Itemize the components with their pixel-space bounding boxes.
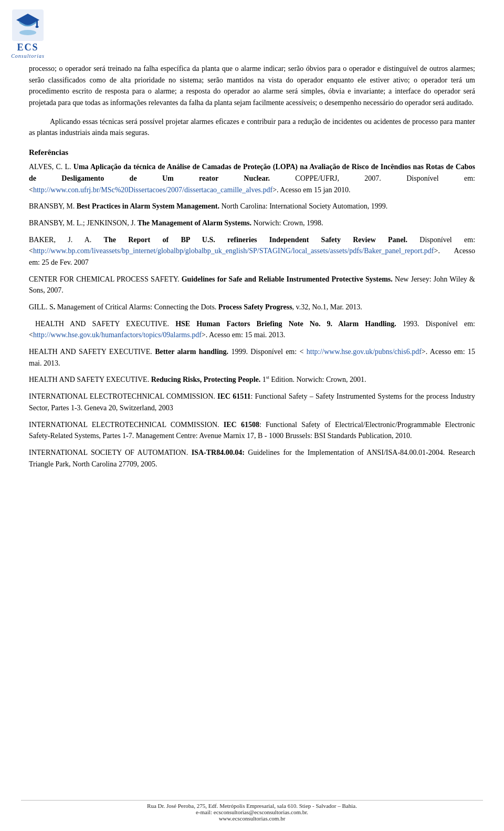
ref3-bold: The Management of Alarm Systems. <box>138 219 251 227</box>
list-item: BRANSBY, M. L.; JENKINSON, J. The Manage… <box>29 217 475 229</box>
list-item: INTERNATIONAL ELECTROTECHNICAL COMMISSIO… <box>29 391 475 413</box>
list-item: ALVES, C. L. Uma Aplicação da técnica de… <box>29 161 475 195</box>
intro-paragraph-1: processo; o operador será treinado na fa… <box>29 63 475 109</box>
footer-line2: e-mail: ecsconsultorias@ecsconsultorias.… <box>196 809 308 815</box>
logo-icon <box>12 9 44 41</box>
svg-rect-2 <box>36 20 38 26</box>
ref10-bold: IEC 61511 <box>217 392 250 400</box>
references-title: Referências <box>29 148 475 157</box>
logo-area: ECS Consultorias <box>9 9 46 59</box>
ref7-link[interactable]: http://www.hse.gov.uk/humanfactors/topic… <box>33 331 202 339</box>
page: ECS Consultorias processo; o operador se… <box>0 0 504 831</box>
list-item: BAKER, J. A. The Report of BP U.S. refin… <box>29 234 475 268</box>
list-item: HEALTH AND SAFETY EXECUTIVE. HSE Human F… <box>29 318 475 341</box>
logo-text: ECS <box>17 42 38 53</box>
ref7-bold: HSE Human Factors Briefing Note No. 9. A… <box>175 320 396 328</box>
ref1-bold: Uma Aplicação da técnica de Análise de C… <box>29 163 475 182</box>
ref1-link[interactable]: http://www.con.ufrj.br/MSc%20Dissertacoe… <box>33 186 272 194</box>
footer-line1: Rua Dr. José Peroba, 275, Edf. Metrópoli… <box>147 803 357 809</box>
ref12-bold: ISA-TR84.00.04: <box>192 449 245 456</box>
ref6-bold: Process Safety Progress <box>218 303 292 311</box>
ref2-bold: Best Practices in Alarm System Managemen… <box>77 202 219 210</box>
ref9-bold: Reducing Risks, Protecting People. <box>151 376 261 383</box>
ref8-link[interactable]: http://www.hse.gov.uk/pubns/chis6.pdf <box>307 348 422 356</box>
footer: Rua Dr. José Peroba, 275, Edf. Metrópoli… <box>21 800 483 822</box>
ref4-link[interactable]: http://www.bp.com/liveassets/bp_internet… <box>33 247 434 255</box>
main-content: processo; o operador será treinado na fa… <box>0 63 504 470</box>
footer-line3: www.ecsconsultorias.com.br <box>219 815 286 822</box>
svg-point-4 <box>19 30 36 35</box>
list-item: CENTER FOR CHEMICAL PROCESS SAFETY. Guid… <box>29 274 475 296</box>
list-item: BRANSBY, M. Best Practices in Alarm Syst… <box>29 201 475 212</box>
list-item: HEALTH AND SAFETY EXECUTIVE. Reducing Ri… <box>29 374 475 386</box>
ref11-bold: IEC 61508 <box>224 421 259 429</box>
svg-point-3 <box>36 26 39 28</box>
logo-subtext: Consultorias <box>11 53 45 59</box>
ref9-sup: st <box>266 375 269 380</box>
list-item: INTERNATIONAL ELECTROTECHNICAL COMMISSIO… <box>29 419 475 442</box>
ref5-bold: Guidelines for Safe and Reliable Instrum… <box>182 275 393 283</box>
header: ECS Consultorias <box>0 0 504 63</box>
list-item: INTERNATIONAL SOCIETY OF AUTOMATION. ISA… <box>29 447 475 470</box>
list-item: GILL. S. Management of Critical Alarms: … <box>29 302 475 313</box>
intro-paragraph-2: Aplicando essas técnicas será possível p… <box>29 116 475 139</box>
ref6-dot: . <box>54 303 56 311</box>
list-item: HEALTH AND SAFETY EXECUTIVE. Better alar… <box>29 346 475 369</box>
ref4-bold: The Report of BP U.S. refineries Indepen… <box>104 236 407 244</box>
ref8-bold: Better alarm handling. <box>155 348 228 356</box>
